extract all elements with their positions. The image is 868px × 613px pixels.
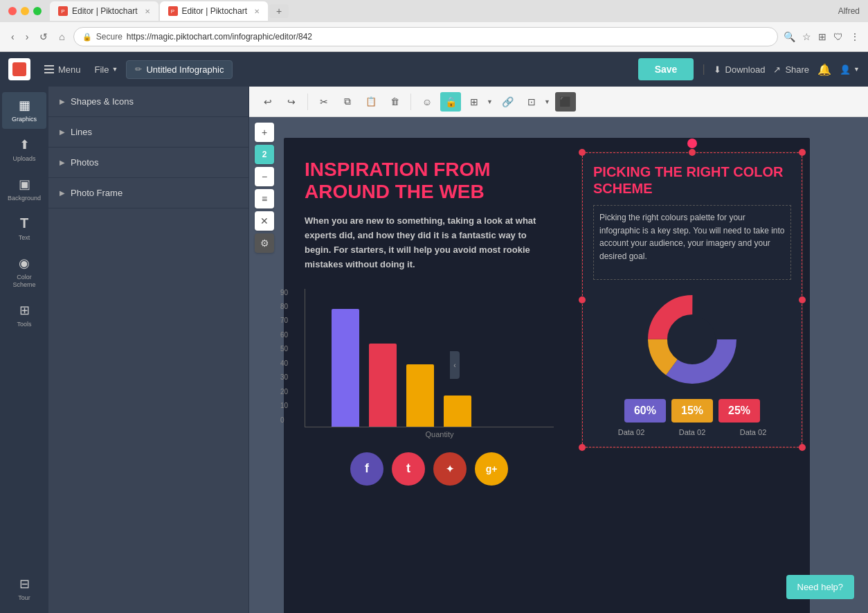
bar-fill-1 bbox=[332, 309, 359, 427]
panel-collapse-button[interactable]: ‹ bbox=[450, 351, 460, 379]
sidebar-item-background[interactable]: ▣ Background bbox=[2, 171, 46, 208]
sidebar-item-text[interactable]: T Text bbox=[2, 210, 46, 247]
link-button[interactable]: 🔗 bbox=[498, 92, 518, 112]
close-button[interactable]: ✕ bbox=[255, 211, 274, 231]
y-label-70: 70 bbox=[280, 317, 288, 324]
stat-box-purple: 60% bbox=[624, 399, 666, 423]
zoom-in-button[interactable]: + bbox=[255, 123, 274, 142]
more-button[interactable]: ⬛ bbox=[555, 92, 576, 112]
selection-handle-bl[interactable] bbox=[579, 444, 586, 451]
nav-back-btn[interactable]: ‹ bbox=[8, 30, 17, 44]
panel-section-photo-frame: ▶ Photo Frame bbox=[48, 178, 248, 208]
bookmark-icon[interactable]: ☆ bbox=[802, 31, 811, 42]
paste-button[interactable]: 📋 bbox=[361, 92, 381, 112]
instagram-icon[interactable]: ✦ bbox=[433, 452, 467, 486]
main-layout: ▦ Graphics ⬆ Uploads ▣ Background T Text… bbox=[0, 87, 868, 613]
hamburger-icon bbox=[44, 65, 54, 73]
slide-number-badge[interactable]: 2 bbox=[255, 145, 274, 164]
align-button[interactable]: ≡ bbox=[255, 189, 274, 208]
canvas-scroll[interactable]: + 2 − ≡ ✕ ⚙ INSPIRATION FROM AROUND THE … bbox=[249, 117, 868, 613]
document-title: Untitled Infographic bbox=[146, 64, 224, 75]
search-icon[interactable]: 🔍 bbox=[784, 31, 795, 42]
y-label-10: 10 bbox=[280, 402, 288, 409]
tab-close-1[interactable]: ✕ bbox=[145, 8, 150, 15]
cut-button[interactable]: ✂ bbox=[314, 92, 334, 112]
nav-forward-btn[interactable]: › bbox=[23, 30, 32, 44]
shapes-icons-header[interactable]: ▶ Shapes & Icons bbox=[48, 87, 248, 116]
lines-header[interactable]: ▶ Lines bbox=[48, 117, 248, 147]
tab-close-2[interactable]: ✕ bbox=[254, 8, 260, 15]
delete-button[interactable]: 🗑 bbox=[384, 92, 405, 112]
protocol-label: Secure bbox=[96, 32, 123, 42]
selection-handle-tr[interactable] bbox=[799, 149, 806, 156]
menu-button[interactable]: Menu bbox=[39, 62, 87, 78]
photos-title: Photos bbox=[71, 157, 98, 168]
selection-handle-ml[interactable] bbox=[579, 296, 586, 303]
grid-button-group[interactable]: ⊞ ▼ bbox=[464, 92, 495, 112]
shield-icon[interactable]: 🛡 bbox=[833, 31, 843, 42]
donut-chart-svg bbox=[644, 291, 741, 388]
grid-arrow-icon[interactable]: ▼ bbox=[485, 97, 495, 107]
url-text: https://magic.piktochart.com/infographic… bbox=[127, 32, 312, 42]
file-chevron-icon: ▼ bbox=[111, 66, 118, 73]
new-tab-btn[interactable]: + bbox=[269, 4, 289, 18]
sidebar-item-graphics[interactable]: ▦ Graphics bbox=[2, 92, 46, 129]
notifications-button[interactable]: 🔔 bbox=[817, 63, 831, 76]
uploads-icon: ⬆ bbox=[19, 137, 30, 152]
download-button[interactable]: ⬇ Download bbox=[714, 64, 766, 75]
sidebar-item-tools[interactable]: ⊞ Tools bbox=[2, 297, 46, 334]
facebook-icon[interactable]: f bbox=[350, 452, 383, 486]
user-chevron-icon: ▼ bbox=[853, 66, 860, 73]
browser-menu-icon[interactable]: ⋮ bbox=[850, 31, 860, 42]
emoji-button[interactable]: ☺ bbox=[417, 92, 437, 112]
document-title-input[interactable]: ✏ Untitled Infographic bbox=[126, 60, 233, 79]
gplus-icon[interactable]: g+ bbox=[475, 452, 508, 486]
file-button[interactable]: File ▼ bbox=[95, 64, 118, 75]
graphics-panel: ▶ Shapes & Icons ▶ Lines ▶ Photos ▶ Phot… bbox=[48, 87, 249, 613]
lock-button[interactable]: 🔒 bbox=[440, 92, 461, 112]
stat-box-red: 25% bbox=[718, 399, 760, 423]
bar-item-2 bbox=[369, 344, 397, 427]
settings-button[interactable]: ⚙ bbox=[255, 233, 274, 253]
tab-bar: P Editor | Piktochart ✕ P Editor | Pikto… bbox=[50, 1, 838, 21]
y-label-0: 0 bbox=[280, 416, 288, 424]
infographic-left-section: INSPIRATION FROM AROUND THE WEB When you… bbox=[284, 138, 575, 506]
grid-button[interactable]: ⊞ bbox=[464, 92, 485, 112]
selection-handle-mr[interactable] bbox=[799, 296, 806, 303]
user-avatar-icon: 👤 bbox=[840, 64, 851, 75]
data-label-1: Data 02 bbox=[604, 428, 659, 436]
close-window-btn[interactable] bbox=[8, 7, 17, 15]
selection-handle-br[interactable] bbox=[799, 444, 806, 451]
copy-button[interactable]: ⧉ bbox=[337, 92, 358, 112]
crop-arrow-icon[interactable]: ▼ bbox=[542, 97, 552, 107]
sidebar-item-color-scheme[interactable]: ◉ Color Scheme bbox=[2, 250, 46, 294]
crop-button-group[interactable]: ⊡ ▼ bbox=[521, 92, 552, 112]
extensions-icon[interactable]: ⊞ bbox=[818, 31, 826, 42]
sidebar-item-uploads[interactable]: ⬆ Uploads bbox=[2, 132, 46, 168]
user-menu-button[interactable]: 👤 ▼ bbox=[840, 64, 860, 75]
sidebar-item-tour[interactable]: ⊟ Tour bbox=[2, 571, 46, 607]
infographic-right-section[interactable]: PICKING THE RIGHT COLOR SCHEME Picking t… bbox=[581, 152, 803, 448]
selection-handle-tl[interactable] bbox=[579, 149, 586, 156]
browser-titlebar: P Editor | Piktochart ✕ P Editor | Pikto… bbox=[0, 0, 868, 22]
photos-header[interactable]: ▶ Photos bbox=[48, 148, 248, 177]
share-button[interactable]: ↗ Share bbox=[773, 64, 809, 75]
zoom-out-button[interactable]: − bbox=[255, 167, 274, 186]
minimize-window-btn[interactable] bbox=[21, 7, 29, 15]
rotate-handle[interactable] bbox=[687, 139, 697, 148]
crop-button[interactable]: ⊡ bbox=[521, 92, 542, 112]
photo-frame-header[interactable]: ▶ Photo Frame bbox=[48, 178, 248, 208]
twitter-icon[interactable]: t bbox=[392, 452, 425, 486]
shapes-chevron-icon: ▶ bbox=[60, 98, 65, 105]
address-bar[interactable]: 🔒 Secure https://magic.piktochart.com/in… bbox=[73, 27, 778, 46]
browser-tab-2[interactable]: P Editor | Piktochart ✕ bbox=[160, 1, 269, 21]
selection-handle-top-mid[interactable] bbox=[689, 149, 696, 156]
browser-tab-1[interactable]: P Editor | Piktochart ✕ bbox=[50, 1, 159, 21]
maximize-window-btn[interactable] bbox=[33, 7, 42, 15]
nav-refresh-btn[interactable]: ↺ bbox=[37, 30, 51, 44]
need-help-button[interactable]: Need help? bbox=[786, 575, 855, 599]
undo-button[interactable]: ↩ bbox=[257, 92, 278, 112]
redo-button[interactable]: ↪ bbox=[281, 92, 302, 112]
save-button[interactable]: Save bbox=[638, 58, 694, 80]
nav-home-btn[interactable]: ⌂ bbox=[56, 30, 67, 44]
